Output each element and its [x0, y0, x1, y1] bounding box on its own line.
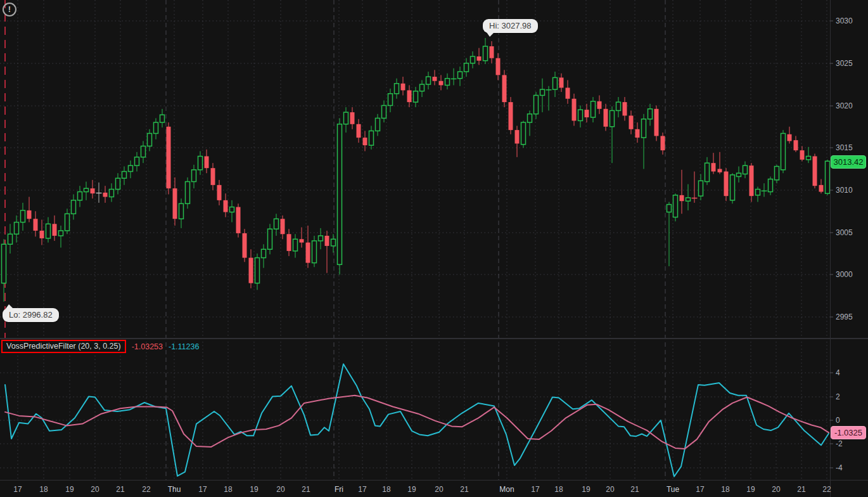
- candlestick: [635, 122, 640, 143]
- candlestick: [325, 231, 329, 273]
- candlestick: [553, 72, 558, 97]
- chart-canvas[interactable]: 30303025302030153010300530002995420-2-41…: [0, 0, 868, 497]
- candlestick: [642, 114, 646, 169]
- candlestick: [794, 136, 798, 152]
- candlestick: [293, 234, 298, 257]
- candlestick: [534, 92, 539, 119]
- candlestick: [287, 229, 291, 256]
- candlestick: [103, 186, 108, 203]
- candlestick: [762, 183, 767, 197]
- candlestick: [312, 236, 317, 267]
- candlestick: [2, 239, 6, 301]
- candlestick: [819, 179, 824, 194]
- candlestick: [680, 170, 684, 214]
- candlestick: [369, 126, 374, 149]
- warning-info-icon[interactable]: !: [3, 3, 16, 16]
- indicator-axis-scale[interactable]: [830, 339, 868, 480]
- candlestick: [262, 244, 266, 268]
- candlestick: [122, 166, 127, 184]
- indicator-line-filter: [5, 396, 829, 449]
- candlestick: [718, 152, 722, 174]
- candlestick: [692, 172, 698, 203]
- candlestick: [800, 146, 805, 161]
- candlestick: [648, 104, 653, 126]
- candlestick: [540, 79, 545, 112]
- candlestick: [46, 217, 51, 243]
- candlestick: [300, 228, 304, 248]
- candlestick: [141, 141, 146, 163]
- candlestick: [686, 184, 691, 210]
- candlestick: [205, 150, 209, 173]
- candlestick: [78, 186, 82, 207]
- candlestick: [376, 114, 380, 136]
- indicator-legend: VossPredictiveFilter (20, 3, 0.25) -1.03…: [1, 340, 199, 353]
- indicator-filter-value: -1.03253: [132, 342, 163, 351]
- candlestick: [40, 220, 44, 245]
- candlestick: [788, 127, 792, 144]
- candlestick: [521, 120, 526, 148]
- candlestick: [8, 224, 13, 254]
- candlestick: [654, 105, 659, 141]
- candlestick: [483, 38, 488, 64]
- candlestick: [21, 203, 25, 231]
- candlestick: [281, 216, 285, 239]
- candlestick: [173, 178, 177, 226]
- candlestick: [724, 168, 729, 201]
- candlestick: [15, 216, 19, 243]
- candlestick: [807, 147, 811, 163]
- candlestick: [471, 51, 475, 68]
- candlestick: [502, 70, 507, 107]
- candlestick: [96, 183, 102, 203]
- candlestick: [477, 48, 482, 65]
- candlestick: [192, 165, 196, 188]
- price-axis-scale[interactable]: [830, 0, 868, 338]
- candlestick: [731, 173, 735, 203]
- candlestick: [673, 193, 678, 221]
- candlestick: [445, 74, 450, 89]
- candlestick: [72, 195, 76, 220]
- candlestick: [699, 174, 703, 200]
- candlestick: [661, 132, 665, 155]
- candlestick: [737, 166, 741, 182]
- candlestick: [198, 151, 203, 174]
- candlestick: [705, 157, 710, 185]
- candlestick: [27, 197, 32, 223]
- candlestick: [363, 131, 367, 151]
- candlestick: [154, 118, 158, 139]
- last-price-badge: 3013.42: [831, 155, 866, 169]
- candlestick: [186, 178, 190, 209]
- candlestick: [350, 107, 355, 129]
- time-axis-scale[interactable]: [0, 481, 868, 497]
- indicator-value-badge: -1.0325: [831, 426, 866, 439]
- candlestick: [388, 89, 393, 112]
- indicator-voss-value: -1.11236: [169, 342, 199, 351]
- candlestick: [274, 214, 279, 236]
- candlestick: [110, 183, 114, 202]
- candlestick: [578, 105, 583, 127]
- candlestick: [338, 118, 342, 274]
- candlestick: [53, 216, 57, 241]
- candlestick: [566, 80, 570, 103]
- candlestick: [667, 202, 672, 266]
- candlestick: [509, 97, 513, 134]
- candlestick: [433, 70, 437, 85]
- candlestick: [591, 97, 596, 122]
- candlestick: [167, 122, 171, 194]
- candlestick: [414, 87, 418, 107]
- candlestick: [610, 106, 615, 163]
- candlestick: [135, 152, 139, 172]
- candlestick: [743, 161, 748, 178]
- candlestick: [344, 107, 348, 132]
- candlestick: [585, 104, 589, 122]
- candlestick: [395, 79, 399, 99]
- candlestick: [712, 153, 716, 174]
- indicator-title-selected[interactable]: VossPredictiveFilter (20, 3, 0.25): [1, 340, 126, 353]
- low-price-tooltip: Lo: 2996.82: [3, 308, 59, 322]
- candlestick: [769, 177, 773, 195]
- trading-chart-app: ! 30303025302030153010300530002995420-2-…: [0, 0, 868, 497]
- candlestick: [604, 104, 608, 131]
- candlestick: [826, 160, 830, 195]
- candlestick: [243, 229, 247, 262]
- candlestick: [65, 209, 70, 234]
- candlestick: [217, 180, 222, 205]
